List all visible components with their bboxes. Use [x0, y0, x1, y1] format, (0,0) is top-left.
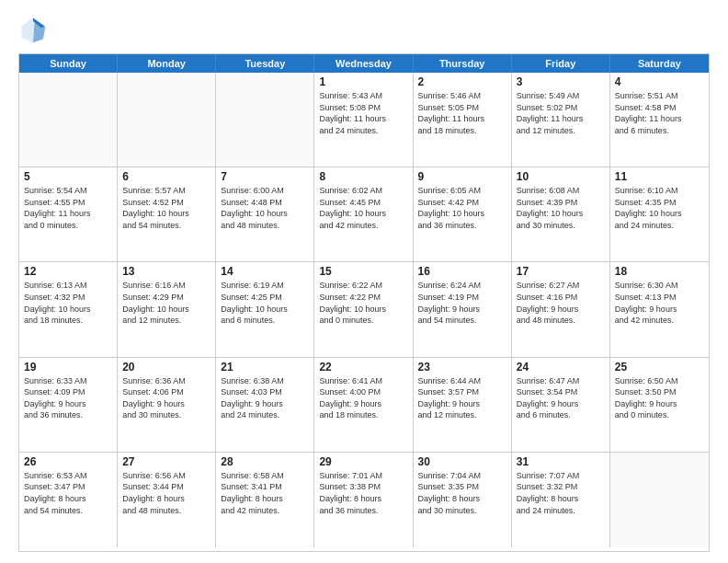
weekday-header-tuesday: Tuesday [216, 54, 314, 73]
day-info: Sunrise: 6:02 AM Sunset: 4:45 PM Dayligh… [319, 185, 407, 231]
day-info: Sunrise: 7:04 AM Sunset: 3:35 PM Dayligh… [418, 470, 506, 516]
day-info: Sunrise: 6:33 AM Sunset: 4:09 PM Dayligh… [24, 375, 112, 421]
day-cell-3: 3Sunrise: 5:49 AM Sunset: 5:02 PM Daylig… [512, 73, 610, 167]
weekday-header-monday: Monday [118, 54, 216, 73]
empty-cell [610, 453, 709, 547]
day-cell-30: 30Sunrise: 7:04 AM Sunset: 3:35 PM Dayli… [414, 453, 512, 547]
day-cell-13: 13Sunrise: 6:16 AM Sunset: 4:29 PM Dayli… [118, 262, 216, 356]
day-info: Sunrise: 6:30 AM Sunset: 4:13 PM Dayligh… [615, 280, 704, 326]
day-cell-28: 28Sunrise: 6:58 AM Sunset: 3:41 PM Dayli… [216, 453, 314, 547]
day-number: 31 [517, 455, 605, 468]
day-info: Sunrise: 6:08 AM Sunset: 4:39 PM Dayligh… [517, 185, 605, 231]
day-info: Sunrise: 7:07 AM Sunset: 3:32 PM Dayligh… [517, 470, 605, 516]
day-info: Sunrise: 6:24 AM Sunset: 4:19 PM Dayligh… [418, 280, 506, 326]
weekday-header-thursday: Thursday [414, 54, 512, 73]
day-info: Sunrise: 6:16 AM Sunset: 4:29 PM Dayligh… [122, 280, 210, 326]
day-cell-22: 22Sunrise: 6:41 AM Sunset: 4:00 PM Dayli… [314, 358, 413, 452]
day-info: Sunrise: 6:22 AM Sunset: 4:22 PM Dayligh… [319, 280, 407, 326]
weekday-header-friday: Friday [512, 54, 610, 73]
day-info: Sunrise: 6:58 AM Sunset: 3:41 PM Dayligh… [221, 470, 309, 516]
day-info: Sunrise: 6:27 AM Sunset: 4:16 PM Dayligh… [517, 280, 605, 326]
day-number: 14 [221, 265, 309, 278]
day-cell-26: 26Sunrise: 6:53 AM Sunset: 3:47 PM Dayli… [19, 453, 118, 547]
day-number: 10 [517, 170, 605, 183]
day-cell-6: 6Sunrise: 5:57 AM Sunset: 4:52 PM Daylig… [118, 167, 216, 261]
day-info: Sunrise: 6:36 AM Sunset: 4:06 PM Dayligh… [122, 375, 210, 421]
day-info: Sunrise: 6:53 AM Sunset: 3:47 PM Dayligh… [24, 470, 112, 516]
day-info: Sunrise: 6:05 AM Sunset: 4:42 PM Dayligh… [418, 185, 506, 231]
day-info: Sunrise: 6:38 AM Sunset: 4:03 PM Dayligh… [221, 375, 309, 421]
day-number: 21 [221, 361, 309, 373]
day-number: 9 [418, 170, 506, 183]
day-number: 5 [24, 170, 112, 183]
day-number: 20 [122, 361, 210, 373]
day-cell-5: 5Sunrise: 5:54 AM Sunset: 4:55 PM Daylig… [19, 167, 118, 261]
day-info: Sunrise: 5:51 AM Sunset: 4:58 PM Dayligh… [615, 90, 704, 136]
day-number: 24 [517, 361, 605, 373]
day-info: Sunrise: 6:50 AM Sunset: 3:50 PM Dayligh… [615, 375, 704, 421]
day-number: 29 [319, 455, 407, 468]
calendar-row-3: 12Sunrise: 6:13 AM Sunset: 4:32 PM Dayli… [19, 262, 709, 357]
day-number: 2 [418, 75, 506, 88]
day-cell-15: 15Sunrise: 6:22 AM Sunset: 4:22 PM Dayli… [314, 262, 413, 356]
day-number: 13 [122, 265, 210, 278]
day-cell-17: 17Sunrise: 6:27 AM Sunset: 4:16 PM Dayli… [512, 262, 610, 356]
day-cell-27: 27Sunrise: 6:56 AM Sunset: 3:44 PM Dayli… [118, 453, 216, 547]
day-number: 15 [319, 265, 407, 278]
weekday-header-saturday: Saturday [610, 54, 709, 73]
day-cell-14: 14Sunrise: 6:19 AM Sunset: 4:25 PM Dayli… [216, 262, 314, 356]
day-cell-19: 19Sunrise: 6:33 AM Sunset: 4:09 PM Dayli… [19, 358, 118, 452]
page: SundayMondayTuesdayWednesdayThursdayFrid… [0, 0, 728, 563]
day-cell-24: 24Sunrise: 6:47 AM Sunset: 3:54 PM Dayli… [512, 358, 610, 452]
day-info: Sunrise: 5:46 AM Sunset: 5:05 PM Dayligh… [418, 90, 506, 136]
weekday-header-sunday: Sunday [19, 54, 118, 73]
day-number: 22 [319, 361, 407, 373]
day-number: 4 [615, 75, 704, 88]
day-cell-29: 29Sunrise: 7:01 AM Sunset: 3:38 PM Dayli… [314, 453, 413, 547]
day-cell-25: 25Sunrise: 6:50 AM Sunset: 3:50 PM Dayli… [610, 358, 709, 452]
calendar-body: 1Sunrise: 5:43 AM Sunset: 5:08 PM Daylig… [19, 73, 709, 547]
empty-cell [118, 73, 216, 167]
day-info: Sunrise: 6:44 AM Sunset: 3:57 PM Dayligh… [418, 375, 506, 421]
calendar-row-2: 5Sunrise: 5:54 AM Sunset: 4:55 PM Daylig… [19, 167, 709, 262]
day-number: 25 [615, 361, 704, 373]
day-cell-10: 10Sunrise: 6:08 AM Sunset: 4:39 PM Dayli… [512, 167, 610, 261]
day-cell-20: 20Sunrise: 6:36 AM Sunset: 4:06 PM Dayli… [118, 358, 216, 452]
day-number: 23 [418, 361, 506, 373]
day-number: 17 [517, 265, 605, 278]
calendar-row-5: 26Sunrise: 6:53 AM Sunset: 3:47 PM Dayli… [19, 453, 709, 547]
empty-cell [19, 73, 118, 167]
day-cell-2: 2Sunrise: 5:46 AM Sunset: 5:05 PM Daylig… [414, 73, 512, 167]
day-number: 30 [418, 455, 506, 468]
day-cell-4: 4Sunrise: 5:51 AM Sunset: 4:58 PM Daylig… [610, 73, 709, 167]
day-number: 27 [122, 455, 210, 468]
day-info: Sunrise: 5:49 AM Sunset: 5:02 PM Dayligh… [517, 90, 605, 136]
day-info: Sunrise: 6:56 AM Sunset: 3:44 PM Dayligh… [122, 470, 210, 516]
day-number: 1 [319, 75, 407, 88]
day-number: 3 [517, 75, 605, 88]
calendar-row-4: 19Sunrise: 6:33 AM Sunset: 4:09 PM Dayli… [19, 358, 709, 453]
day-cell-23: 23Sunrise: 6:44 AM Sunset: 3:57 PM Dayli… [414, 358, 512, 452]
day-number: 26 [24, 455, 112, 468]
day-info: Sunrise: 6:13 AM Sunset: 4:32 PM Dayligh… [24, 280, 112, 326]
day-cell-11: 11Sunrise: 6:10 AM Sunset: 4:35 PM Dayli… [610, 167, 709, 261]
day-info: Sunrise: 5:43 AM Sunset: 5:08 PM Dayligh… [319, 90, 407, 136]
day-number: 6 [122, 170, 210, 183]
weekday-header-wednesday: Wednesday [314, 54, 413, 73]
calendar: SundayMondayTuesdayWednesdayThursdayFrid… [18, 53, 710, 552]
day-info: Sunrise: 6:19 AM Sunset: 4:25 PM Dayligh… [221, 280, 309, 326]
day-cell-31: 31Sunrise: 7:07 AM Sunset: 3:32 PM Dayli… [512, 453, 610, 547]
header [18, 15, 710, 44]
day-cell-8: 8Sunrise: 6:02 AM Sunset: 4:45 PM Daylig… [314, 167, 413, 261]
day-cell-1: 1Sunrise: 5:43 AM Sunset: 5:08 PM Daylig… [314, 73, 413, 167]
day-info: Sunrise: 6:00 AM Sunset: 4:48 PM Dayligh… [221, 185, 309, 231]
day-number: 12 [24, 265, 112, 278]
day-info: Sunrise: 5:57 AM Sunset: 4:52 PM Dayligh… [122, 185, 210, 231]
day-info: Sunrise: 6:47 AM Sunset: 3:54 PM Dayligh… [517, 375, 605, 421]
logo-icon [18, 15, 48, 44]
day-info: Sunrise: 5:54 AM Sunset: 4:55 PM Dayligh… [24, 185, 112, 231]
day-number: 16 [418, 265, 506, 278]
logo [18, 15, 51, 44]
day-number: 18 [615, 265, 704, 278]
day-number: 19 [24, 361, 112, 373]
